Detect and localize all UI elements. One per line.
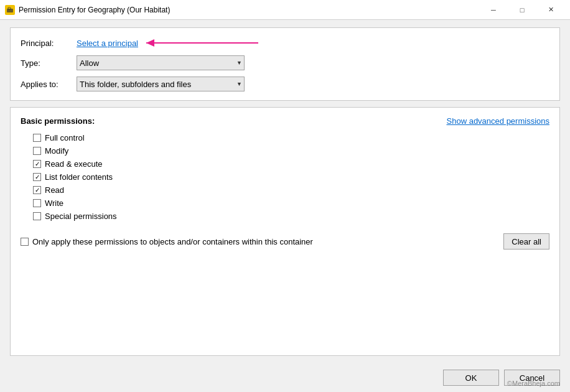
read-label: Read [45,185,64,195]
read-execute-checkbox[interactable] [33,160,41,168]
maximize-button[interactable]: □ [508,0,536,20]
write-label: Write [45,198,63,208]
list-item: Read [33,185,549,195]
principal-row: Principal: Select a principal [21,37,549,49]
permissions-section: Basic permissions: Show advanced permiss… [10,107,560,356]
ok-button[interactable]: OK [443,370,499,386]
special-permissions-label: Special permissions [45,212,117,221]
svg-marker-4 [146,39,154,47]
cancel-button[interactable]: Cancel [504,370,560,386]
full-control-checkbox[interactable] [33,134,41,142]
main-content: Principal: Select a principal Type: Allo… [0,20,570,363]
window-icon [5,5,15,15]
select-principal-link[interactable]: Select a principal [77,39,138,48]
top-section: Principal: Select a principal Type: Allo… [10,27,560,101]
show-advanced-link[interactable]: Show advanced permissions [447,116,549,126]
only-apply-checkbox[interactable] [21,238,29,246]
list-folder-label: List folder contents [45,172,113,182]
type-select-wrapper: Allow Deny [77,55,245,70]
list-item: List folder contents [33,172,549,182]
permissions-header: Basic permissions: Show advanced permiss… [21,116,549,126]
full-control-label: Full control [45,133,85,142]
dialog-window: Permission Entry for Geography (Our Habi… [0,0,570,392]
write-checkbox[interactable] [33,199,41,207]
list-item: Special permissions [33,212,549,221]
modify-checkbox[interactable] [33,147,41,155]
only-apply-label: Only apply these permissions to objects … [32,237,313,246]
clear-all-button[interactable]: Clear all [503,233,549,250]
modify-label: Modify [45,146,68,156]
permissions-list: Full control Modify Read & execute List … [33,133,549,221]
list-folder-checkbox[interactable] [33,173,41,181]
list-item: Modify [33,146,549,156]
window-title: Permission Entry for Geography (Our Habi… [19,6,479,14]
list-item: Full control [33,133,549,142]
principal-label: Principal: [21,39,77,48]
applies-to-label: Applies to: [21,80,77,89]
close-button[interactable]: ✕ [536,0,565,20]
minimize-button[interactable]: ─ [479,0,508,20]
applies-to-select-wrapper: This folder, subfolders and files This f… [77,77,245,91]
bottom-row: Only apply these permissions to objects … [21,233,549,250]
type-row: Type: Allow Deny [21,55,549,70]
type-select[interactable]: Allow Deny [77,55,245,70]
applies-to-select[interactable]: This folder, subfolders and files This f… [77,77,245,91]
list-item: Read & execute [33,159,549,169]
permissions-title: Basic permissions: [21,116,95,126]
applies-to-row: Applies to: This folder, subfolders and … [21,77,549,91]
list-item: Write [33,198,549,208]
special-permissions-checkbox[interactable] [33,212,41,220]
title-bar: Permission Entry for Geography (Our Habi… [0,0,570,20]
footer: OK Cancel [0,363,570,392]
title-bar-controls: ─ □ ✕ [479,0,565,20]
read-checkbox[interactable] [33,186,41,194]
read-execute-label: Read & execute [45,159,103,169]
type-label: Type: [21,58,77,68]
arrow-indicator [143,37,268,49]
